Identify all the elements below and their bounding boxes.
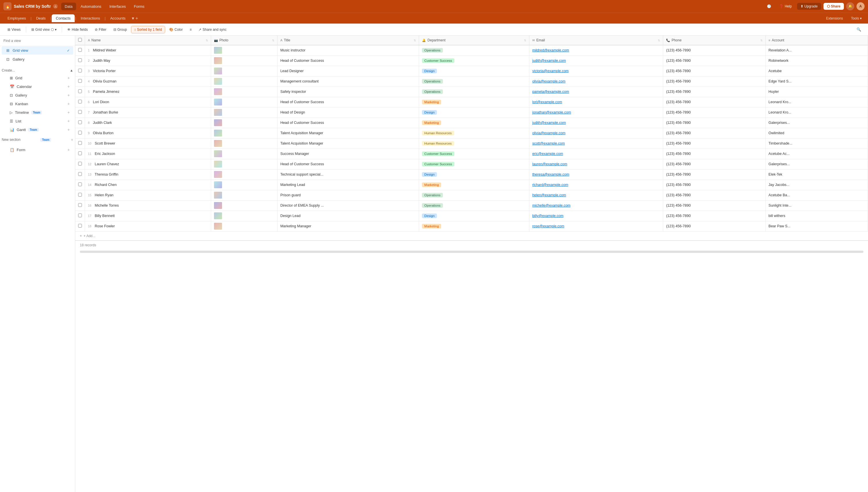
email-link[interactable]: lauren@example.com — [532, 162, 567, 166]
table-row[interactable]: 4 Olivia Guzman Management consultant Op… — [75, 76, 868, 87]
table-row[interactable]: 12 Lauren Chavez Head of Customer Succes… — [75, 159, 868, 169]
row-checkbox[interactable] — [78, 141, 82, 145]
row-checkbox[interactable] — [78, 151, 82, 155]
views-button[interactable]: ⊞ Views — [5, 26, 24, 33]
row-checkbox-cell[interactable] — [75, 128, 85, 138]
create-section-header[interactable]: Create... ▲ — [0, 67, 75, 74]
tools-button[interactable]: Tools ▾ — [848, 15, 865, 22]
email-link[interactable]: rose@example.com — [532, 224, 564, 228]
row-checkbox[interactable] — [78, 79, 82, 83]
add-list-icon[interactable]: + — [68, 119, 70, 123]
create-gantt-item[interactable]: 📊 Gantt Team + — [2, 126, 73, 133]
col-account[interactable]: ≡ Account — [765, 35, 868, 45]
col-email[interactable]: ✉ Email ⇅ — [529, 35, 663, 45]
cell-email[interactable]: eric@example.com — [529, 149, 663, 159]
table-row[interactable]: 7 Jonathan Burke Head of Design Design j… — [75, 107, 868, 118]
cell-name[interactable]: 16 Michelle Torres — [85, 200, 211, 211]
create-kanban-item[interactable]: ⊟ Kanban + — [2, 100, 73, 108]
table-row[interactable]: 8 Judith Clark Head of Customer Success … — [75, 118, 868, 128]
cell-email[interactable]: helen@example.com — [529, 190, 663, 200]
grid-view-button[interactable]: ⊞ Grid view ⬡ ▾ — [28, 26, 59, 33]
email-link[interactable]: theresa@example.com — [532, 172, 569, 176]
create-list-item[interactable]: ☰ List + — [2, 117, 73, 125]
row-checkbox-cell[interactable] — [75, 107, 85, 118]
email-link[interactable]: judith@example.com — [532, 121, 566, 125]
table-row[interactable]: 5 Pamela Jimenez Safety inspector Operat… — [75, 87, 868, 97]
col-department[interactable]: 🔔 Department ⇅ — [419, 35, 529, 45]
col-resize-icon[interactable]: ⇅ — [760, 39, 763, 42]
email-link[interactable]: olivia@example.com — [532, 79, 565, 83]
group-button[interactable]: ⊟ Group — [110, 26, 130, 33]
history-button[interactable]: 🕐 — [764, 3, 774, 10]
row-checkbox-cell[interactable] — [75, 55, 85, 66]
cell-name[interactable]: 18 Rose Fowler — [85, 221, 211, 231]
add-gantt-icon[interactable]: + — [68, 127, 70, 132]
share-sync-button[interactable]: ↗ Share and sync — [196, 26, 229, 33]
table-row[interactable]: 11 Eric Jackson Success Manager Customer… — [75, 149, 868, 159]
row-checkbox-cell[interactable] — [75, 118, 85, 128]
add-tab-button[interactable]: ▾ + — [130, 15, 141, 22]
cell-name[interactable]: 8 Judith Clark — [85, 118, 211, 128]
cell-email[interactable]: olivia@example.com — [529, 76, 663, 87]
create-grid-item[interactable]: ⊞ Grid + — [2, 74, 73, 82]
nav-automations[interactable]: Automations — [77, 3, 105, 10]
cell-name[interactable]: 15 Helen Ryan — [85, 190, 211, 200]
table-row[interactable]: 6 Lori Dixon Head of Customer Success Ma… — [75, 97, 868, 107]
email-link[interactable]: eric@example.com — [532, 152, 563, 156]
cell-email[interactable]: jonathan@example.com — [529, 107, 663, 118]
row-checkbox-cell[interactable] — [75, 159, 85, 169]
col-checkbox[interactable] — [75, 35, 85, 45]
cell-email[interactable]: theresa@example.com — [529, 169, 663, 180]
row-checkbox-cell[interactable] — [75, 190, 85, 200]
col-resize-icon[interactable]: ⇅ — [414, 39, 416, 42]
avatar-button[interactable]: A — [857, 2, 865, 10]
row-checkbox-cell[interactable] — [75, 221, 85, 231]
cell-name[interactable]: 17 Billy Bennett — [85, 211, 211, 221]
create-gallery-item[interactable]: ⊡ Gallery + — [2, 91, 73, 99]
select-all-checkbox[interactable] — [78, 38, 82, 42]
add-section-icon[interactable]: + — [71, 138, 73, 142]
table-row[interactable]: 1 Mildred Weber Music instructor Operati… — [75, 45, 868, 55]
row-checkbox-cell[interactable] — [75, 138, 85, 149]
email-link[interactable]: billy@example.com — [532, 214, 564, 218]
table-row[interactable]: 10 Scott Brewer Talent Acquisition Manag… — [75, 138, 868, 149]
email-link[interactable]: pamela@example.com — [532, 90, 569, 94]
tab-accounts[interactable]: Accounts — [106, 15, 130, 22]
row-checkbox[interactable] — [78, 110, 82, 114]
nav-interfaces[interactable]: Interfaces — [106, 3, 129, 10]
table-row[interactable]: 17 Billy Bennett Design Lead Design bill… — [75, 211, 868, 221]
row-checkbox[interactable] — [78, 58, 82, 62]
row-checkbox-cell[interactable] — [75, 200, 85, 211]
row-checkbox[interactable] — [78, 69, 82, 72]
new-section-header[interactable]: New section Team + — [0, 136, 75, 143]
email-link[interactable]: helen@example.com — [532, 193, 566, 197]
cell-name[interactable]: 11 Eric Jackson — [85, 149, 211, 159]
cell-email[interactable]: judith@example.com — [529, 118, 663, 128]
cell-name[interactable]: 3 Victoria Porter — [85, 66, 211, 76]
add-kanban-icon[interactable]: + — [68, 101, 70, 106]
table-row[interactable]: 13 Theresa Griffin Technical support spe… — [75, 169, 868, 180]
cell-email[interactable]: richard@example.com — [529, 180, 663, 190]
row-checkbox[interactable] — [78, 162, 82, 166]
table-row[interactable]: 16 Michelle Torres Director of EMEA Supp… — [75, 200, 868, 211]
sidebar-item-gallery[interactable]: ⊡ Gallery — [2, 55, 73, 64]
share-button[interactable]: ⬡ Share — [823, 3, 844, 10]
col-resize-icon[interactable]: ⇅ — [272, 39, 274, 42]
cell-email[interactable]: pamela@example.com — [529, 87, 663, 97]
create-timeline-item[interactable]: ▷ Timeline Team + — [2, 108, 73, 116]
row-checkbox-cell[interactable] — [75, 211, 85, 221]
help-button[interactable]: ❓ Help — [776, 3, 795, 10]
col-title[interactable]: A Title ⇅ — [277, 35, 419, 45]
col-sort-icon[interactable]: ⇅ — [206, 39, 208, 42]
cell-name[interactable]: 13 Theresa Griffin — [85, 169, 211, 180]
cell-email[interactable]: olivia@example.com — [529, 128, 663, 138]
email-link[interactable]: lori@example.com — [532, 100, 562, 104]
cell-name[interactable]: 9 Olivia Burton — [85, 128, 211, 138]
cell-name[interactable]: 14 Richard Chen — [85, 180, 211, 190]
color-button[interactable]: 🎨 Color — [166, 26, 186, 33]
row-checkbox[interactable] — [78, 89, 82, 93]
table-row[interactable]: 15 Helen Ryan Prison guard Operations he… — [75, 190, 868, 200]
add-timeline-icon[interactable]: + — [68, 110, 70, 115]
add-gallery-icon[interactable]: + — [68, 93, 70, 97]
email-link[interactable]: victoria@example.com — [532, 69, 569, 73]
